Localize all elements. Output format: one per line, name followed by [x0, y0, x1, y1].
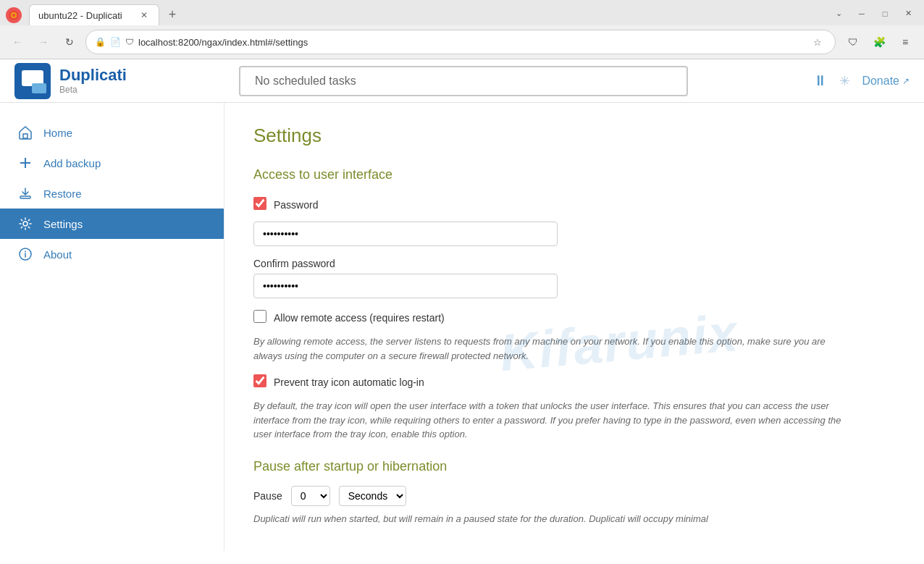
browser-chrome: ubuntu22 - Duplicati ✕ + ⌄ ─ □ ✕ ← → ↻ 🔒…	[0, 0, 924, 59]
section-title-pause: Pause after startup or hibernation	[253, 459, 895, 474]
back-button[interactable]: ←	[7, 32, 28, 52]
sidebar-item-home[interactable]: Home	[0, 117, 224, 148]
pause-description: Duplicati will run when started, but wil…	[253, 512, 847, 526]
tab-close-button[interactable]: ✕	[138, 9, 150, 21]
page-icon: 📄	[110, 37, 121, 47]
remote-access-description: By allowing remote access, the server li…	[253, 334, 847, 363]
pause-row: Pause 0 1 2 5 10 15 30 Seconds Minutes H…	[253, 486, 895, 506]
external-link-icon: ↗	[902, 76, 910, 86]
sidebar-settings-label: Settings	[43, 218, 83, 230]
sidebar-home-label: Home	[43, 127, 72, 139]
prevent-tray-description: By default, the tray icon will open the …	[253, 399, 847, 442]
address-bar-row: ← → ↻ 🔒 📄 🛡 localhost:8200/ngax/index.ht…	[0, 25, 924, 59]
reload-button[interactable]: ↻	[59, 32, 80, 52]
password-checkbox-row: Password	[253, 197, 895, 213]
logo-icon	[14, 63, 51, 99]
shield-toolbar-button[interactable]: 🛡	[841, 30, 865, 54]
sidebar-about-label: About	[43, 248, 72, 261]
main-layout: Home Add backup Restore	[0, 103, 924, 551]
close-window-button[interactable]: ✕	[898, 6, 918, 22]
pause-unit-select[interactable]: Seconds Minutes Hours	[339, 486, 406, 506]
sidebar: Home Add backup Restore	[0, 103, 224, 551]
sidebar-add-backup-label: Add backup	[43, 157, 101, 169]
sidebar-item-add-backup[interactable]: Add backup	[0, 148, 224, 178]
tab-bar: ubuntu22 - Duplicati ✕ + ⌄ ─ □ ✕	[0, 0, 924, 25]
prevent-tray-group: Prevent tray icon automatic log-in By de…	[253, 374, 895, 442]
donate-label: Donate	[862, 75, 899, 88]
sidebar-item-restore[interactable]: Restore	[0, 178, 224, 209]
scheduled-tasks-text: No scheduled tasks	[255, 75, 356, 87]
section-title-access: Access to user interface	[253, 167, 895, 182]
sidebar-restore-label: Restore	[43, 188, 82, 200]
tab-controls: ⌄ ─ □ ✕	[828, 6, 918, 25]
app-beta: Beta	[59, 85, 127, 95]
sidebar-item-settings[interactable]: Settings	[0, 209, 224, 239]
new-tab-button[interactable]: +	[162, 5, 182, 25]
remote-access-group: Allow remote access (requires restart) B…	[253, 310, 895, 363]
donate-button[interactable]: Donate ↗	[862, 75, 910, 88]
scheduled-tasks-box: No scheduled tasks	[239, 66, 688, 96]
browser-logo-icon	[6, 7, 22, 23]
active-tab[interactable]: ubuntu22 - Duplicati ✕	[29, 4, 159, 25]
tab-title: ubuntu22 - Duplicati	[38, 10, 133, 21]
app-name: Duplicati	[59, 67, 127, 84]
shield-icon: 🛡	[125, 37, 134, 47]
page-title: Settings	[253, 125, 895, 147]
address-actions: ☆	[809, 33, 826, 51]
security-icon: 🔒	[95, 37, 106, 47]
password-checkbox[interactable]	[253, 197, 266, 210]
home-icon	[17, 125, 33, 140]
menu-button[interactable]: ≡	[894, 30, 917, 54]
confirm-password-label: Confirm password	[253, 258, 895, 269]
sidebar-item-about[interactable]: About	[0, 239, 224, 269]
pause-button[interactable]: ⏸	[813, 72, 828, 89]
prevent-tray-checkbox-row: Prevent tray icon automatic log-in	[253, 374, 895, 390]
bookmark-button[interactable]: ☆	[809, 33, 826, 51]
extensions-button[interactable]: 🧩	[868, 30, 891, 54]
address-bar[interactable]: 🔒 📄 🛡 localhost:8200/ngax/index.html#/se…	[85, 30, 836, 54]
password-input[interactable]	[253, 222, 558, 246]
remote-access-checkbox[interactable]	[253, 310, 266, 323]
logo-text: Duplicati Beta	[59, 67, 127, 94]
remote-access-label: Allow remote access (requires restart)	[274, 310, 445, 326]
url-text: localhost:8200/ngax/index.html#/settings	[138, 37, 805, 48]
header-center: No scheduled tasks	[224, 59, 799, 102]
pause-label: Pause	[253, 490, 282, 502]
app-header: Duplicati Beta No scheduled tasks ⏸ ✳ Do…	[0, 59, 924, 103]
svg-point-7	[23, 222, 28, 226]
minimize-button[interactable]: ─	[852, 6, 872, 22]
confirm-password-group: Confirm password	[253, 258, 895, 298]
spinner-icon: ✳	[839, 73, 850, 89]
tab-list-button[interactable]: ⌄	[828, 6, 849, 22]
remote-access-checkbox-row: Allow remote access (requires restart)	[253, 310, 895, 326]
password-label: Password	[274, 197, 318, 213]
password-group: Password	[253, 197, 895, 246]
forward-button[interactable]: →	[33, 32, 54, 52]
browser-toolbar: 🛡 🧩 ≡	[841, 30, 917, 54]
plus-icon	[17, 155, 33, 171]
maximize-button[interactable]: □	[875, 6, 895, 22]
header-right: ⏸ ✳ Donate ↗	[799, 59, 924, 102]
svg-rect-6	[20, 196, 30, 198]
gear-icon	[17, 216, 33, 232]
app-logo: Duplicati Beta	[0, 59, 224, 102]
prevent-tray-checkbox[interactable]	[253, 374, 266, 387]
content-area: Kifarunix Settings Access to user interf…	[224, 103, 924, 551]
svg-point-10	[25, 251, 26, 253]
download-icon	[17, 185, 33, 201]
svg-rect-3	[23, 134, 28, 138]
pause-value-select[interactable]: 0 1 2 5 10 15 30	[291, 486, 330, 506]
confirm-password-input[interactable]	[253, 274, 558, 298]
confirm-password-label-text: Confirm password	[253, 258, 335, 269]
svg-point-2	[12, 14, 15, 17]
prevent-tray-label: Prevent tray icon automatic log-in	[274, 374, 424, 390]
info-icon	[17, 246, 33, 262]
